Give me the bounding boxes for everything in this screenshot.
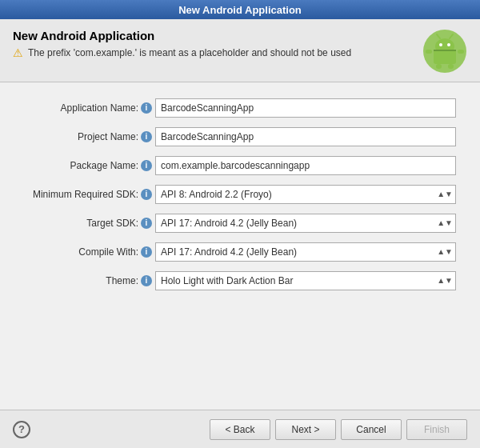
package-name-label: Package Name: i xyxy=(24,160,152,171)
android-logo xyxy=(422,29,467,74)
svg-rect-11 xyxy=(434,50,456,51)
svg-point-3 xyxy=(439,43,442,46)
theme-info-icon[interactable]: i xyxy=(141,275,152,286)
minimum-sdk-select[interactable]: API 8: Android 2.2 (Froyo) API 9: Androi… xyxy=(155,185,456,204)
project-name-input[interactable] xyxy=(155,127,456,146)
package-name-row: Package Name: i xyxy=(24,156,456,175)
compile-with-info-icon[interactable]: i xyxy=(141,246,152,258)
title-bar-label: New Android Application xyxy=(178,4,302,16)
project-name-row: Project Name: i xyxy=(24,127,456,146)
svg-rect-9 xyxy=(426,50,432,54)
target-sdk-select[interactable]: API 8: Android 2.2 (Froyo) API 17: Andro… xyxy=(155,214,456,233)
svg-rect-7 xyxy=(436,64,442,69)
theme-label: Theme: i xyxy=(24,275,152,286)
package-name-input[interactable] xyxy=(155,156,456,175)
warning-text: The prefix 'com.example.' is meant as a … xyxy=(28,47,351,58)
footer-buttons: < Back Next > Cancel Finish xyxy=(210,419,467,440)
application-name-input[interactable] xyxy=(155,98,456,118)
target-sdk-row: Target SDK: i API 8: Android 2.2 (Froyo)… xyxy=(24,214,456,233)
next-button[interactable]: Next > xyxy=(275,419,336,440)
warning-icon: ⚠ xyxy=(13,47,23,58)
svg-rect-8 xyxy=(448,64,454,69)
back-button[interactable]: < Back xyxy=(210,419,270,440)
application-name-label: Application Name: i xyxy=(24,102,152,114)
target-sdk-info-icon[interactable]: i xyxy=(141,218,152,229)
application-name-info-icon[interactable]: i xyxy=(141,102,152,114)
help-button[interactable]: ? xyxy=(13,421,30,438)
svg-rect-10 xyxy=(458,50,464,54)
target-sdk-label: Target SDK: i xyxy=(24,218,152,229)
project-name-info-icon[interactable]: i xyxy=(141,131,152,142)
application-name-row: Application Name: i xyxy=(24,98,456,118)
dialog-title: New Android Application xyxy=(13,29,413,42)
spacer xyxy=(24,300,456,364)
minimum-sdk-row: Minimum Required SDK: i API 8: Android 2… xyxy=(24,185,456,204)
cancel-button[interactable]: Cancel xyxy=(341,419,402,440)
minimum-sdk-label: Minimum Required SDK: i xyxy=(24,189,152,200)
minimum-sdk-info-icon[interactable]: i xyxy=(141,189,152,200)
svg-point-2 xyxy=(435,38,454,54)
project-name-label: Project Name: i xyxy=(24,131,152,142)
finish-button: Finish xyxy=(406,419,467,440)
compile-with-label: Compile With: i xyxy=(24,246,152,258)
theme-row: Theme: i Holo Light with Dark Action Bar… xyxy=(24,271,456,290)
compile-with-row: Compile With: i API 8: Android 2.2 (Froy… xyxy=(24,242,456,262)
compile-with-select[interactable]: API 8: Android 2.2 (Froyo) API 17: Andro… xyxy=(155,242,456,262)
theme-select[interactable]: Holo Light with Dark Action Bar Holo Lig… xyxy=(155,271,456,290)
package-name-info-icon[interactable]: i xyxy=(141,160,152,171)
svg-point-4 xyxy=(447,43,450,46)
